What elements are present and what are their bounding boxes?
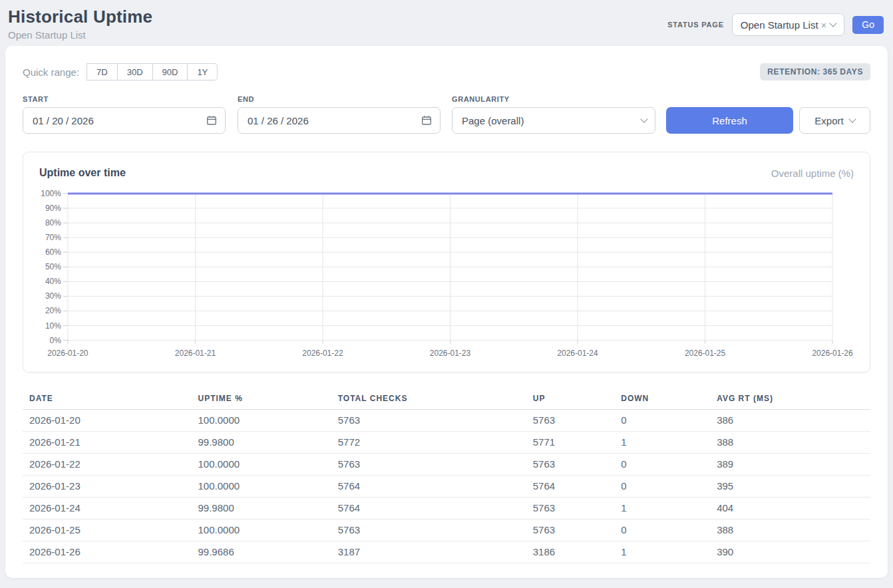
cell-avg-rt: 389: [710, 453, 870, 475]
topbar-right: STATUS PAGE Open Startup List × Go: [667, 13, 884, 36]
cell-avg-rt: 395: [710, 475, 870, 497]
svg-text:2026-01-24: 2026-01-24: [557, 349, 598, 358]
cell-avg-rt: 390: [710, 541, 870, 563]
granularity-label: GRANULARITY: [452, 95, 655, 103]
svg-text:2026-01-22: 2026-01-22: [302, 349, 343, 358]
uptime-chart: 0%10%20%30%40%50%60%70%80%90%100%2026-01…: [23, 187, 870, 361]
svg-text:2026-01-21: 2026-01-21: [175, 349, 216, 358]
cell-date: 2026-01-20: [23, 409, 192, 431]
chart-legend: Overall uptime (%): [771, 168, 854, 179]
start-date-field: START 01 / 20 / 2026: [23, 95, 226, 134]
calendar-icon[interactable]: [206, 115, 217, 126]
column-header: AVG RT (MS): [710, 390, 870, 410]
refresh-button[interactable]: Refresh: [666, 107, 793, 134]
granularity-value: Page (overall): [462, 115, 524, 126]
cell-down: 1: [614, 431, 710, 453]
filters-row: START 01 / 20 / 2026 END 01 / 26 / 2026: [23, 95, 870, 134]
quick-range-button[interactable]: 7D: [87, 63, 118, 80]
cell-up: 5764: [526, 475, 614, 497]
cell-uptime: 100.0000: [192, 409, 331, 431]
title-block: Historical Uptime Open Startup List: [8, 7, 152, 41]
chart-title: Uptime over time: [39, 167, 126, 179]
status-page-select[interactable]: Open Startup List ×: [732, 13, 845, 36]
svg-text:30%: 30%: [45, 291, 61, 301]
chevron-down-icon: [848, 115, 856, 122]
svg-text:2026-01-25: 2026-01-25: [685, 349, 726, 358]
cell-up: 5763: [526, 497, 614, 519]
header: Historical Uptime Open Startup List STAT…: [0, 0, 893, 46]
clear-icon[interactable]: ×: [821, 20, 827, 30]
table-row: 2026-01-23 100.0000 5764 5764 0 395: [23, 475, 870, 497]
cell-uptime: 100.0000: [192, 453, 331, 475]
svg-text:2026-01-23: 2026-01-23: [430, 349, 471, 358]
retention-badge: RETENTION: 365 DAYS: [760, 63, 870, 80]
cell-down: 0: [614, 475, 710, 497]
cell-uptime: 100.0000: [192, 475, 331, 497]
cell-uptime: 99.9800: [192, 431, 331, 453]
svg-text:10%: 10%: [45, 321, 61, 331]
status-page-label: STATUS PAGE: [667, 21, 724, 29]
cell-down: 1: [614, 541, 710, 563]
cell-down: 0: [614, 519, 710, 541]
status-page-value: Open Startup List: [741, 19, 818, 31]
cell-avg-rt: 388: [710, 519, 870, 541]
table-row: 2026-01-26 99.9686 3187 3186 1 390: [23, 541, 870, 563]
column-header: DATE: [23, 390, 192, 410]
cell-date: 2026-01-23: [23, 475, 192, 497]
go-button[interactable]: Go: [852, 16, 884, 34]
quick-range-button[interactable]: 90D: [152, 63, 188, 80]
column-header: UP: [526, 390, 614, 410]
quick-range-button[interactable]: 30D: [117, 63, 153, 80]
page-subtitle: Open Startup List: [8, 29, 152, 41]
end-date-field: END 01 / 26 / 2026: [238, 95, 441, 134]
cell-up: 5763: [526, 519, 614, 541]
column-header: DOWN: [614, 390, 710, 410]
cell-up: 3186: [526, 541, 614, 563]
quick-range-button[interactable]: 1Y: [187, 63, 218, 80]
table-row: 2026-01-22 100.0000 5763 5763 0 389: [23, 453, 870, 475]
svg-text:100%: 100%: [41, 189, 61, 198]
cell-date: 2026-01-22: [23, 453, 192, 475]
quick-range-label: Quick range:: [23, 67, 79, 78]
table-row: 2026-01-21 99.9800 5772 5771 1 388: [23, 431, 870, 453]
svg-text:60%: 60%: [45, 247, 61, 257]
cell-date: 2026-01-21: [23, 431, 192, 453]
cell-total-checks: 5764: [331, 497, 526, 519]
calendar-icon[interactable]: [421, 115, 432, 126]
svg-text:70%: 70%: [45, 233, 61, 242]
cell-total-checks: 5763: [331, 519, 526, 541]
start-label: START: [23, 95, 226, 103]
page-title: Historical Uptime: [8, 7, 152, 27]
chevron-down-icon: [640, 115, 647, 122]
cell-date: 2026-01-26: [23, 541, 192, 563]
cell-total-checks: 5763: [331, 409, 526, 431]
svg-text:20%: 20%: [45, 306, 61, 315]
export-button[interactable]: Export: [799, 107, 870, 134]
table-header-row: DATE UPTIME % TOTAL CHECKS UP DOWN AVG R…: [23, 390, 870, 410]
quick-range-row: Quick range: 7D 30D 90D 1Y RETENTION: 36…: [23, 63, 870, 80]
main-panel: Quick range: 7D 30D 90D 1Y RETENTION: 36…: [5, 46, 888, 578]
table-row: 2026-01-20 100.0000 5763 5763 0 386: [23, 409, 870, 431]
end-date-input[interactable]: 01 / 26 / 2026: [238, 107, 441, 134]
cell-uptime: 100.0000: [192, 519, 331, 541]
cell-down: 0: [614, 453, 710, 475]
quick-range-group: 7D 30D 90D 1Y: [87, 63, 218, 80]
table-row: 2026-01-25 100.0000 5763 5763 0 388: [23, 519, 870, 541]
granularity-select[interactable]: Page (overall): [452, 107, 655, 134]
cell-date: 2026-01-25: [23, 519, 192, 541]
table-row: 2026-01-24 99.9800 5764 5763 1 404: [23, 497, 870, 519]
chevron-down-icon: [830, 19, 837, 27]
cell-date: 2026-01-24: [23, 497, 192, 519]
svg-text:0%: 0%: [50, 336, 62, 345]
svg-text:90%: 90%: [45, 204, 61, 213]
start-date-input[interactable]: 01 / 20 / 2026: [23, 107, 226, 134]
cell-up: 5763: [526, 409, 614, 431]
start-date-value: 01 / 20 / 2026: [33, 115, 94, 126]
svg-text:80%: 80%: [45, 218, 61, 227]
svg-text:2026-01-26: 2026-01-26: [812, 349, 853, 358]
svg-text:40%: 40%: [45, 277, 61, 286]
cell-total-checks: 5764: [331, 475, 526, 497]
svg-text:2026-01-20: 2026-01-20: [47, 349, 89, 358]
cell-total-checks: 3187: [331, 541, 526, 563]
cell-avg-rt: 386: [710, 409, 870, 431]
